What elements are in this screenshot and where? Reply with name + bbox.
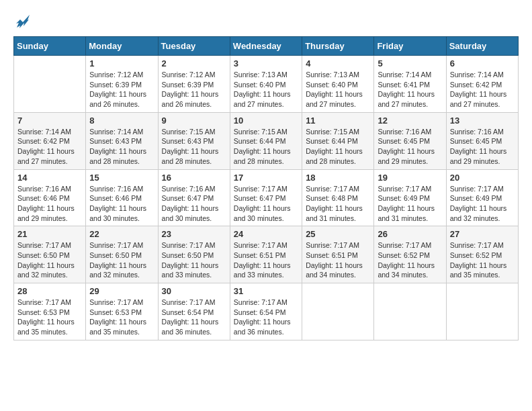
day-info: Sunrise: 7:15 AM Sunset: 6:43 PM Dayligh… <box>162 127 226 167</box>
day-info: Sunrise: 7:17 AM Sunset: 6:50 PM Dayligh… <box>89 240 154 280</box>
day-info: Sunrise: 7:15 AM Sunset: 6:44 PM Dayligh… <box>234 127 298 167</box>
calendar-cell: 9Sunrise: 7:15 AM Sunset: 6:43 PM Daylig… <box>158 112 230 169</box>
day-number: 5 <box>378 58 442 68</box>
day-info: Sunrise: 7:17 AM Sunset: 6:48 PM Dayligh… <box>306 184 370 224</box>
calendar-week-row: 28Sunrise: 7:17 AM Sunset: 6:53 PM Dayli… <box>14 283 519 340</box>
calendar-cell: 29Sunrise: 7:17 AM Sunset: 6:53 PM Dayli… <box>86 283 158 340</box>
calendar-cell: 20Sunrise: 7:17 AM Sunset: 6:49 PM Dayli… <box>446 169 518 226</box>
day-number: 30 <box>162 286 226 296</box>
day-number: 13 <box>450 116 515 126</box>
calendar-cell <box>446 283 518 340</box>
day-info: Sunrise: 7:16 AM Sunset: 6:47 PM Dayligh… <box>162 184 226 224</box>
calendar-cell: 21Sunrise: 7:17 AM Sunset: 6:50 PM Dayli… <box>14 226 86 283</box>
day-number: 2 <box>162 58 226 68</box>
calendar-cell: 19Sunrise: 7:17 AM Sunset: 6:49 PM Dayli… <box>374 169 446 226</box>
day-info: Sunrise: 7:14 AM Sunset: 6:42 PM Dayligh… <box>17 127 82 167</box>
day-info: Sunrise: 7:14 AM Sunset: 6:43 PM Dayligh… <box>89 127 154 167</box>
day-number: 26 <box>378 229 442 239</box>
day-number: 16 <box>162 173 226 183</box>
column-header-saturday: Saturday <box>446 37 518 56</box>
day-number: 12 <box>378 116 442 126</box>
day-info: Sunrise: 7:13 AM Sunset: 6:40 PM Dayligh… <box>234 70 298 109</box>
calendar-cell: 31Sunrise: 7:17 AM Sunset: 6:54 PM Dayli… <box>230 283 302 340</box>
day-number: 29 <box>89 286 154 296</box>
calendar-cell: 14Sunrise: 7:16 AM Sunset: 6:46 PM Dayli… <box>14 169 86 226</box>
calendar-cell: 13Sunrise: 7:16 AM Sunset: 6:45 PM Dayli… <box>446 112 518 169</box>
calendar-week-row: 1Sunrise: 7:12 AM Sunset: 6:39 PM Daylig… <box>14 56 519 113</box>
day-info: Sunrise: 7:17 AM Sunset: 6:53 PM Dayligh… <box>17 298 82 337</box>
day-number: 10 <box>234 116 298 126</box>
column-header-tuesday: Tuesday <box>158 37 230 56</box>
day-info: Sunrise: 7:17 AM Sunset: 6:51 PM Dayligh… <box>306 240 370 280</box>
calendar-cell: 26Sunrise: 7:17 AM Sunset: 6:52 PM Dayli… <box>374 226 446 283</box>
logo-bird-icon <box>15 13 31 30</box>
calendar-cell: 24Sunrise: 7:17 AM Sunset: 6:51 PM Dayli… <box>230 226 302 283</box>
day-number: 31 <box>234 286 298 296</box>
day-number: 11 <box>306 116 370 126</box>
day-info: Sunrise: 7:12 AM Sunset: 6:39 PM Dayligh… <box>89 70 154 109</box>
calendar-cell: 2Sunrise: 7:12 AM Sunset: 6:39 PM Daylig… <box>158 56 230 113</box>
day-number: 27 <box>450 229 515 239</box>
day-number: 28 <box>17 286 82 296</box>
day-info: Sunrise: 7:13 AM Sunset: 6:40 PM Dayligh… <box>306 70 370 109</box>
calendar-cell: 23Sunrise: 7:17 AM Sunset: 6:50 PM Dayli… <box>158 226 230 283</box>
day-info: Sunrise: 7:17 AM Sunset: 6:54 PM Dayligh… <box>162 298 226 337</box>
day-number: 9 <box>162 116 226 126</box>
day-info: Sunrise: 7:17 AM Sunset: 6:54 PM Dayligh… <box>234 298 298 337</box>
day-info: Sunrise: 7:17 AM Sunset: 6:52 PM Dayligh… <box>450 240 515 280</box>
day-info: Sunrise: 7:17 AM Sunset: 6:53 PM Dayligh… <box>89 298 154 337</box>
calendar-cell: 28Sunrise: 7:17 AM Sunset: 6:53 PM Dayli… <box>14 283 86 340</box>
calendar-cell <box>302 283 374 340</box>
calendar-week-row: 14Sunrise: 7:16 AM Sunset: 6:46 PM Dayli… <box>14 169 519 226</box>
day-info: Sunrise: 7:17 AM Sunset: 6:51 PM Dayligh… <box>234 240 298 280</box>
calendar-cell: 25Sunrise: 7:17 AM Sunset: 6:51 PM Dayli… <box>302 226 374 283</box>
day-number: 7 <box>17 116 82 126</box>
calendar-cell: 11Sunrise: 7:15 AM Sunset: 6:44 PM Dayli… <box>302 112 374 169</box>
day-number: 3 <box>234 58 298 68</box>
calendar-cell: 17Sunrise: 7:17 AM Sunset: 6:47 PM Dayli… <box>230 169 302 226</box>
day-number: 23 <box>162 229 226 239</box>
calendar-cell: 1Sunrise: 7:12 AM Sunset: 6:39 PM Daylig… <box>86 56 158 113</box>
day-number: 8 <box>89 116 154 126</box>
calendar-cell: 27Sunrise: 7:17 AM Sunset: 6:52 PM Dayli… <box>446 226 518 283</box>
day-info: Sunrise: 7:14 AM Sunset: 6:41 PM Dayligh… <box>378 70 442 109</box>
day-number: 18 <box>306 173 370 183</box>
day-info: Sunrise: 7:17 AM Sunset: 6:50 PM Dayligh… <box>17 240 82 280</box>
calendar-cell <box>374 283 446 340</box>
calendar-cell: 12Sunrise: 7:16 AM Sunset: 6:45 PM Dayli… <box>374 112 446 169</box>
calendar-cell: 5Sunrise: 7:14 AM Sunset: 6:41 PM Daylig… <box>374 56 446 113</box>
day-number: 25 <box>306 229 370 239</box>
day-number: 20 <box>450 173 515 183</box>
page-header <box>13 13 519 30</box>
calendar-cell: 30Sunrise: 7:17 AM Sunset: 6:54 PM Dayli… <box>158 283 230 340</box>
calendar-cell: 8Sunrise: 7:14 AM Sunset: 6:43 PM Daylig… <box>86 112 158 169</box>
day-info: Sunrise: 7:14 AM Sunset: 6:42 PM Dayligh… <box>450 70 515 109</box>
day-info: Sunrise: 7:17 AM Sunset: 6:49 PM Dayligh… <box>450 184 515 224</box>
calendar-cell: 15Sunrise: 7:16 AM Sunset: 6:46 PM Dayli… <box>86 169 158 226</box>
day-number: 4 <box>306 58 370 68</box>
day-number: 19 <box>378 173 442 183</box>
logo <box>13 13 31 30</box>
day-info: Sunrise: 7:16 AM Sunset: 6:46 PM Dayligh… <box>89 184 154 224</box>
calendar-week-row: 7Sunrise: 7:14 AM Sunset: 6:42 PM Daylig… <box>14 112 519 169</box>
column-header-monday: Monday <box>86 37 158 56</box>
calendar-cell: 22Sunrise: 7:17 AM Sunset: 6:50 PM Dayli… <box>86 226 158 283</box>
day-info: Sunrise: 7:15 AM Sunset: 6:44 PM Dayligh… <box>306 127 370 167</box>
column-header-sunday: Sunday <box>14 37 86 56</box>
day-number: 1 <box>89 58 154 68</box>
calendar-cell: 6Sunrise: 7:14 AM Sunset: 6:42 PM Daylig… <box>446 56 518 113</box>
calendar-cell: 4Sunrise: 7:13 AM Sunset: 6:40 PM Daylig… <box>302 56 374 113</box>
day-number: 24 <box>234 229 298 239</box>
column-header-thursday: Thursday <box>302 37 374 56</box>
day-info: Sunrise: 7:16 AM Sunset: 6:46 PM Dayligh… <box>17 184 82 224</box>
calendar-cell <box>14 56 86 113</box>
day-number: 6 <box>450 58 515 68</box>
calendar-week-row: 21Sunrise: 7:17 AM Sunset: 6:50 PM Dayli… <box>14 226 519 283</box>
column-header-friday: Friday <box>374 37 446 56</box>
day-number: 21 <box>17 229 82 239</box>
day-number: 22 <box>89 229 154 239</box>
day-info: Sunrise: 7:17 AM Sunset: 6:50 PM Dayligh… <box>162 240 226 280</box>
column-header-wednesday: Wednesday <box>230 37 302 56</box>
day-info: Sunrise: 7:17 AM Sunset: 6:47 PM Dayligh… <box>234 184 298 224</box>
calendar-cell: 16Sunrise: 7:16 AM Sunset: 6:47 PM Dayli… <box>158 169 230 226</box>
